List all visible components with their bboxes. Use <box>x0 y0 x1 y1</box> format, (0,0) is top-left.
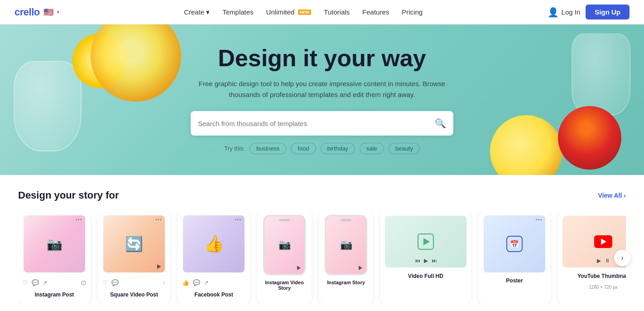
rewind-icon[interactable]: ⏮ <box>415 258 420 264</box>
tag-food[interactable]: food <box>291 143 316 154</box>
card-facebook-post: 👍 👍 💬 ↗ Facebook Post <box>178 212 250 303</box>
hero-subtitle: Free graphic design tool to help you cre… <box>191 78 453 100</box>
try-this-label: Try this: <box>224 145 245 152</box>
hero-title: Design it your way <box>191 45 453 71</box>
card-label: Video Full HD <box>380 271 471 285</box>
comment-icon[interactable]: 💬 <box>193 279 200 286</box>
pause-icon[interactable]: ⏸ <box>605 258 610 264</box>
card-label: YouTube Thumbnail <box>558 271 626 285</box>
instagram-icon: 📷 <box>47 237 62 252</box>
hero-content: Design it your way Free graphic design t… <box>182 45 462 154</box>
heart-icon[interactable]: ♡ <box>23 279 28 286</box>
card-more-icon[interactable] <box>155 219 161 220</box>
nav-center: Create ▾ Templates Unlimited NEW Tutoria… <box>184 8 423 16</box>
navbar: crello 🇺🇸 ▾ Create ▾ Templates Unlimited… <box>0 0 644 24</box>
carousel-next-button[interactable]: › <box>614 250 630 266</box>
card-label: Instagram Story <box>319 278 373 291</box>
play-icon-small[interactable]: ▶ <box>597 258 601 264</box>
upload-icon[interactable]: ↑ <box>163 279 166 286</box>
bookmark-icon[interactable]: ⊡ <box>81 279 86 286</box>
instagram-icon: 📷 <box>340 239 352 251</box>
story-section: Design your story for View All › 📷 <box>0 175 644 303</box>
phone-notch <box>279 219 290 221</box>
card-more-icon[interactable] <box>76 219 82 220</box>
cards-row: 📷 ♡ 💬 ↗ ⊡ Instagram Post <box>18 212 626 303</box>
card-more-icon[interactable] <box>536 219 542 220</box>
hero-section: Design it your way Free graphic design t… <box>0 24 644 175</box>
card-label: Facebook Post <box>178 290 250 303</box>
like-icon[interactable]: 👍 <box>182 279 189 286</box>
recycle-icon: 🔄 <box>125 235 143 253</box>
tag-sale[interactable]: sale <box>360 143 384 154</box>
search-icon[interactable]: 🔍 <box>435 118 446 129</box>
share-icon[interactable]: ↗ <box>43 279 48 286</box>
story-title: Design your story for <box>18 190 119 201</box>
card-sublabel: 1280 × 720 px <box>558 285 626 293</box>
tag-suggestions: Try this: business food birthday sale be… <box>191 143 453 154</box>
play-icon <box>297 266 301 270</box>
nav-item-features[interactable]: Features <box>362 8 389 16</box>
view-all-chevron-icon: › <box>624 192 626 199</box>
card-instagram-story: 📷 Instagram Story <box>319 212 373 303</box>
comment-icon[interactable]: 💬 <box>32 279 39 286</box>
calendar-icon: 📅 <box>506 236 523 252</box>
heart-icon[interactable]: ♡ <box>102 279 108 286</box>
glass-left-decoration <box>14 61 82 151</box>
nav-item-templates[interactable]: Templates <box>222 8 253 16</box>
nav-item-unlimited[interactable]: Unlimited NEW <box>266 8 312 16</box>
nav-left: crello 🇺🇸 ▾ <box>14 6 59 18</box>
play-icon <box>359 266 362 270</box>
card-label: Instagram Video Story <box>257 278 312 296</box>
share-icon[interactable]: ↗ <box>204 279 209 286</box>
card-instagram-video-story: 📷 Instagram Video Story <box>257 212 312 303</box>
signup-button[interactable]: Sign Up <box>586 5 630 19</box>
nav-right: 👤 Log In Sign Up <box>548 5 630 19</box>
nav-item-pricing[interactable]: Pricing <box>402 8 423 16</box>
create-chevron-icon: ▾ <box>206 8 210 16</box>
phone-notch <box>341 219 351 221</box>
logo[interactable]: crello <box>14 6 40 18</box>
flag-dropdown-icon[interactable]: ▾ <box>57 10 59 15</box>
youtube-icon <box>594 235 612 248</box>
glass-right-decoration <box>572 34 630 115</box>
nav-item-tutorials[interactable]: Tutorials <box>324 8 350 16</box>
flag-icon[interactable]: 🇺🇸 <box>43 7 53 17</box>
card-label: Square Video Post <box>98 290 170 303</box>
nav-item-create[interactable]: Create ▾ <box>184 8 210 16</box>
instagram-icon: 📷 <box>279 239 291 251</box>
search-input[interactable] <box>198 120 435 127</box>
login-button[interactable]: 👤 Log In <box>548 7 581 18</box>
tag-beauty[interactable]: beauty <box>389 143 420 154</box>
story-header: Design your story for View All › <box>18 190 626 201</box>
card-video-full-hd: ⏮ ▶ ⏭ Video Full HD <box>380 212 471 303</box>
card-label: Poster <box>478 276 551 289</box>
tag-business[interactable]: business <box>250 143 286 154</box>
search-bar: 🔍 <box>191 111 453 136</box>
card-instagram-post: 📷 ♡ 💬 ↗ ⊡ Instagram Post <box>18 212 91 303</box>
new-badge: NEW <box>298 10 311 15</box>
comment-icon[interactable]: 💬 <box>111 279 119 286</box>
cards-wrapper: 📷 ♡ 💬 ↗ ⊡ Instagram Post <box>18 212 626 303</box>
card-square-video-post: 🔄 ♡ 💬 ↑ Square Video Post <box>98 212 170 303</box>
card-label: Instagram Post <box>18 290 91 303</box>
play-icon[interactable]: ▶ <box>424 258 428 264</box>
tag-birthday[interactable]: birthday <box>321 143 355 154</box>
forward-icon[interactable]: ⏭ <box>432 258 437 264</box>
view-all-button[interactable]: View All › <box>598 192 626 199</box>
blood-orange-decoration <box>558 106 621 170</box>
play-box-icon <box>418 233 434 250</box>
facebook-icon: 👍 <box>204 234 224 253</box>
card-more-icon[interactable] <box>235 219 241 220</box>
card-poster: 📅 Poster <box>478 212 551 303</box>
play-icon <box>157 264 161 269</box>
user-circle-icon: 👤 <box>548 7 559 18</box>
